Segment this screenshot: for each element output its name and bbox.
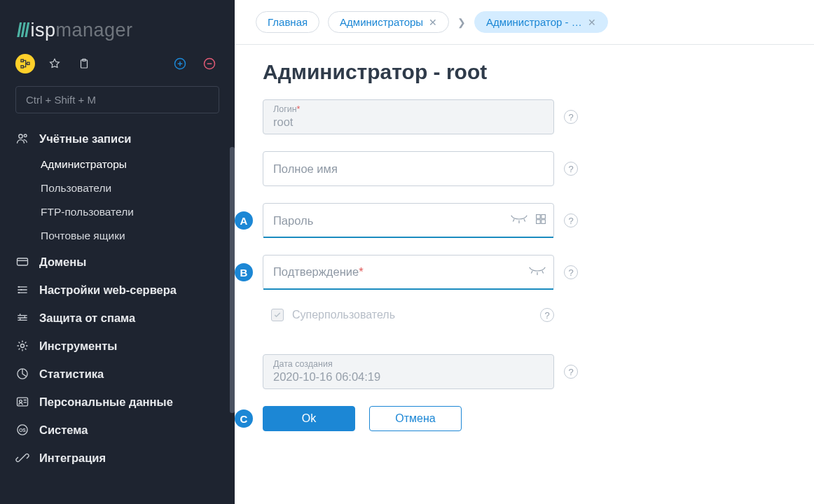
superuser-checkbox-row: Суперпользователь ?: [263, 307, 554, 337]
plus-icon[interactable]: [170, 54, 190, 74]
help-icon[interactable]: ?: [564, 110, 578, 124]
cancel-button[interactable]: Отмена: [369, 406, 462, 431]
clipboard-icon[interactable]: [74, 54, 94, 74]
page-title: Администратор - root: [263, 60, 786, 84]
confirm-password-field[interactable]: Подтверждение*: [263, 255, 554, 290]
search-placeholder: Ctrl + Shift + M: [26, 94, 96, 106]
sidebar-section-label: Учётные записи: [39, 132, 132, 146]
created-date-field: Дата создания 2020-10-16 06:04:19: [263, 354, 554, 389]
sidebar-section-label: Система: [39, 424, 88, 437]
sidebar-section-label: Домены: [39, 255, 86, 269]
form-actions: C Ok Отмена: [263, 406, 786, 431]
svg-point-8: [24, 134, 27, 137]
generate-password-icon[interactable]: [535, 214, 546, 227]
sidebar-nav: Учётные записи Администраторы Пользовате…: [0, 123, 235, 472]
sidebar: ///ispmanager Ctrl + Shift + M: [0, 0, 235, 504]
eye-icon[interactable]: [528, 266, 546, 279]
eye-icon[interactable]: [510, 214, 528, 227]
svg-rect-22: [541, 220, 546, 224]
breadcrumb-home[interactable]: Главная: [256, 11, 319, 33]
form-content: Администратор - root Логин* root ?: [235, 45, 814, 447]
close-icon[interactable]: ✕: [588, 17, 596, 28]
sidebar-section-label: Настройки web-сервера: [39, 284, 177, 297]
breadcrumb-label: Администраторы: [340, 16, 423, 28]
sidebar-item-admins[interactable]: Администраторы: [0, 153, 235, 176]
sidebar-item-users[interactable]: Пользователи: [0, 176, 235, 200]
breadcrumb-label: Администратор - …: [486, 16, 582, 28]
field-label: Дата создания: [273, 360, 544, 369]
main-area: Главная Администраторы ✕ ❯ Администратор…: [235, 0, 814, 504]
breadcrumb-label: Главная: [268, 16, 308, 28]
menu-search-input[interactable]: Ctrl + Shift + M: [15, 86, 219, 113]
svg-rect-1: [21, 66, 23, 68]
checkbox-label: Суперпользователь: [292, 309, 532, 321]
login-field: Логин* root: [263, 99, 554, 134]
tree-view-icon[interactable]: [15, 54, 35, 74]
sidebar-section-domains[interactable]: Домены: [0, 248, 235, 276]
svg-rect-20: [541, 215, 546, 219]
sidebar-section-tools[interactable]: Инструменты: [0, 332, 235, 360]
password-input[interactable]: [273, 214, 544, 227]
annotation-badge-c: C: [235, 410, 253, 428]
help-icon[interactable]: ?: [564, 265, 578, 279]
sidebar-section-label: Интеграция: [39, 451, 106, 465]
svg-rect-19: [537, 215, 541, 219]
sidebar-section-label: Инструменты: [39, 340, 117, 353]
breadcrumb-admins[interactable]: Администраторы ✕: [328, 11, 449, 33]
minus-icon[interactable]: [200, 54, 219, 74]
sidebar-section-label: Персональные данные: [39, 396, 173, 409]
sidebar-toolbar: [0, 54, 235, 83]
annotation-badge-a: A: [235, 211, 253, 230]
superuser-checkbox: [271, 309, 284, 321]
breadcrumb: Главная Администраторы ✕ ❯ Администратор…: [235, 0, 814, 45]
fullname-field[interactable]: [263, 151, 554, 186]
logo-slashes-icon: ///: [17, 20, 29, 41]
svg-rect-0: [21, 59, 23, 62]
svg-point-7: [19, 134, 22, 138]
sidebar-scrollbar[interactable]: [230, 147, 235, 413]
svg-point-12: [18, 292, 20, 293]
logo-text-manager: manager: [56, 20, 133, 41]
sidebar-section-integration[interactable]: Интеграция: [0, 444, 235, 472]
svg-point-16: [20, 400, 22, 402]
svg-rect-9: [18, 258, 28, 265]
sidebar-section-accounts[interactable]: Учётные записи: [0, 125, 235, 153]
help-icon[interactable]: ?: [540, 308, 554, 322]
svg-rect-2: [27, 62, 29, 64]
sidebar-item-ftp-users[interactable]: FTP-пользователи: [0, 200, 235, 224]
sidebar-section-antispam[interactable]: Защита от спама: [0, 304, 235, 332]
sidebar-section-label: Статистика: [39, 368, 104, 381]
ok-button[interactable]: Ok: [263, 406, 355, 431]
sidebar-section-label: Защита от спама: [39, 312, 135, 325]
chevron-right-icon: ❯: [457, 17, 466, 28]
field-label: Логин*: [273, 105, 544, 114]
help-icon[interactable]: ?: [564, 162, 578, 176]
sidebar-section-webserver[interactable]: Настройки web-сервера: [0, 276, 235, 304]
favorite-icon[interactable]: [45, 54, 64, 74]
field-value: 2020-10-16 06:04:19: [273, 370, 544, 384]
svg-rect-21: [537, 220, 541, 224]
breadcrumb-current[interactable]: Администратор - … ✕: [474, 11, 608, 33]
sidebar-section-system[interactable]: OS Система: [0, 416, 235, 444]
sidebar-item-mailboxes[interactable]: Почтовые ящики: [0, 224, 235, 248]
confirm-password-input[interactable]: [273, 266, 544, 279]
svg-point-10: [18, 286, 20, 288]
svg-point-11: [20, 289, 22, 290]
help-icon[interactable]: ?: [564, 365, 578, 379]
fullname-input[interactable]: [273, 162, 544, 176]
svg-point-13: [21, 344, 25, 348]
sidebar-section-personal[interactable]: Персональные данные: [0, 388, 235, 416]
close-icon[interactable]: ✕: [429, 17, 437, 28]
password-field[interactable]: [263, 203, 554, 238]
svg-text:OS: OS: [19, 428, 26, 433]
logo-text-isp: isp: [31, 20, 56, 41]
annotation-badge-b: B: [235, 263, 253, 281]
field-value: root: [273, 115, 544, 129]
app-logo: ///ispmanager: [0, 0, 235, 54]
sidebar-section-stats[interactable]: Статистика: [0, 360, 235, 388]
help-icon[interactable]: ?: [564, 214, 578, 227]
